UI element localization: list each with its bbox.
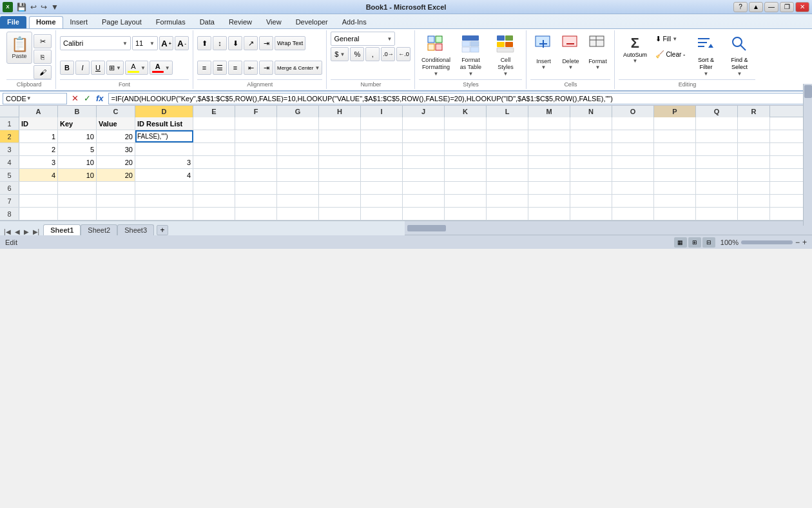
cell-I7[interactable]: [361, 195, 403, 207]
cell-H1[interactable]: [319, 117, 361, 130]
page-layout-view-button[interactable]: ⊞: [688, 237, 701, 248]
cell-G1[interactable]: [277, 117, 319, 130]
cell-F8[interactable]: [235, 208, 277, 220]
italic-button[interactable]: I: [75, 61, 90, 75]
cell-L3[interactable]: [487, 143, 528, 155]
col-header-L[interactable]: L: [487, 106, 528, 117]
cell-C2[interactable]: 20: [97, 130, 135, 142]
cell-H7[interactable]: [319, 195, 361, 207]
cell-F4[interactable]: [235, 156, 277, 168]
col-header-G[interactable]: G: [277, 106, 319, 117]
cell-O7[interactable]: [612, 195, 654, 207]
tab-review[interactable]: Review: [222, 16, 259, 28]
cell-M7[interactable]: [528, 195, 570, 207]
cell-H2[interactable]: [319, 130, 361, 142]
cell-K8[interactable]: [445, 208, 487, 220]
cell-C1[interactable]: Value: [97, 117, 135, 130]
cell-N6[interactable]: [570, 182, 612, 194]
customize-qa-button[interactable]: ▼: [50, 3, 60, 12]
cell-J1[interactable]: [403, 117, 445, 130]
cell-M8[interactable]: [528, 208, 570, 220]
cell-O5[interactable]: [612, 169, 654, 181]
cell-P2[interactable]: [654, 130, 696, 142]
comma-button[interactable]: ,: [365, 47, 380, 61]
indent-button[interactable]: ⇥: [259, 36, 273, 50]
tab-add-ins[interactable]: Add-Ins: [335, 16, 374, 28]
cell-P4[interactable]: [654, 156, 696, 168]
cell-N2[interactable]: [570, 130, 612, 142]
col-header-N[interactable]: N: [570, 106, 612, 117]
cell-P1[interactable]: [654, 117, 696, 130]
cell-Q1[interactable]: [696, 117, 738, 130]
cell-K6[interactable]: [445, 182, 487, 194]
cell-J8[interactable]: [403, 208, 445, 220]
merge-center-button[interactable]: Merge & Center ▼: [275, 61, 322, 75]
cell-K3[interactable]: [445, 143, 487, 155]
cell-A6[interactable]: [19, 182, 58, 194]
font-color-button[interactable]: A ▼: [150, 61, 173, 75]
paste-button[interactable]: 📋 Paste: [6, 32, 32, 64]
cell-K7[interactable]: [445, 195, 487, 207]
col-header-Q[interactable]: Q: [696, 106, 738, 117]
align-bottom-button[interactable]: ⬇: [228, 36, 242, 50]
cell-R7[interactable]: [738, 195, 770, 207]
cell-P5[interactable]: [654, 169, 696, 181]
formula-input[interactable]: =IF(AND(HLOOKUP("Key",$A$1:$C$5,ROW(),FA…: [108, 93, 809, 104]
cell-O4[interactable]: [612, 156, 654, 168]
cell-C4[interactable]: 20: [97, 156, 135, 168]
hscroll-thumb[interactable]: [407, 225, 446, 231]
orientation-button[interactable]: ↗: [244, 36, 258, 50]
cell-E5[interactable]: [193, 169, 235, 181]
cell-C8[interactable]: [97, 208, 135, 220]
cell-B7[interactable]: [58, 195, 97, 207]
decrease-indent-button[interactable]: ⇤: [244, 61, 258, 75]
sheet-tab-sheet3[interactable]: Sheet3: [117, 224, 154, 235]
formula-function-button[interactable]: fx: [94, 93, 106, 103]
next-sheet-button[interactable]: ▶: [23, 228, 30, 235]
cell-N7[interactable]: [570, 195, 612, 207]
cell-K2[interactable]: [445, 130, 487, 142]
col-header-J[interactable]: J: [403, 106, 445, 117]
close-button[interactable]: ✕: [795, 2, 809, 12]
cell-R4[interactable]: [738, 156, 770, 168]
cell-A4[interactable]: 3: [19, 156, 58, 168]
cell-G7[interactable]: [277, 195, 319, 207]
cell-I4[interactable]: [361, 156, 403, 168]
font-size-dropdown[interactable]: 11 ▼: [132, 36, 158, 50]
cell-N8[interactable]: [570, 208, 612, 220]
save-qa-button[interactable]: 💾: [15, 3, 28, 12]
col-header-F[interactable]: F: [235, 106, 277, 117]
align-right-button[interactable]: ≡: [228, 61, 242, 75]
sort-filter-button[interactable]: Sort &Filter ▼: [690, 32, 722, 70]
cell-E1[interactable]: [193, 117, 235, 130]
number-format-dropdown[interactable]: General ▼: [331, 32, 395, 46]
fill-button[interactable]: ⬇ Fill ▼: [652, 32, 688, 46]
cell-L6[interactable]: [487, 182, 528, 194]
cell-D4[interactable]: 3: [135, 156, 193, 168]
cell-O8[interactable]: [612, 208, 654, 220]
col-header-R[interactable]: R: [738, 106, 770, 117]
zoom-out-icon[interactable]: −: [795, 238, 800, 247]
cell-M4[interactable]: [528, 156, 570, 168]
cell-A2[interactable]: 1: [19, 130, 58, 142]
font-name-dropdown[interactable]: Calibri ▼: [60, 36, 131, 50]
cell-K5[interactable]: [445, 169, 487, 181]
col-header-B[interactable]: B: [58, 106, 97, 117]
cell-H3[interactable]: [319, 143, 361, 155]
align-left-button[interactable]: ≡: [197, 61, 211, 75]
cut-button[interactable]: ✂: [34, 34, 52, 48]
accounting-button[interactable]: $ ▼: [331, 47, 349, 61]
tab-page-layout[interactable]: Page Layout: [95, 16, 149, 28]
cell-L2[interactable]: [487, 130, 528, 142]
cell-M2[interactable]: [528, 130, 570, 142]
cell-H8[interactable]: [319, 208, 361, 220]
name-box[interactable]: CODE ▼: [3, 93, 67, 104]
cell-A7[interactable]: [19, 195, 58, 207]
cell-G6[interactable]: [277, 182, 319, 194]
cell-F1[interactable]: [235, 117, 277, 130]
col-header-K[interactable]: K: [445, 106, 487, 117]
cell-P8[interactable]: [654, 208, 696, 220]
cell-D3[interactable]: [135, 143, 193, 155]
col-header-I[interactable]: I: [361, 106, 403, 117]
cell-B2[interactable]: 10: [58, 130, 97, 142]
